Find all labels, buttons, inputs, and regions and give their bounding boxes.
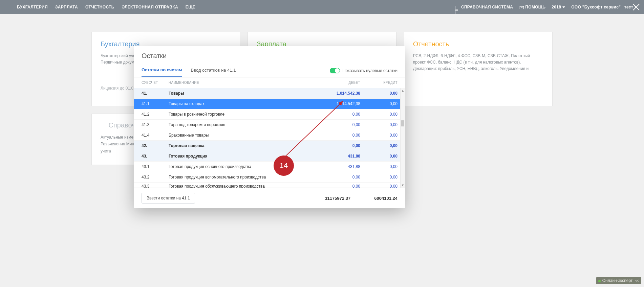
table-row[interactable]: 43.1Готовая продукция основного производ… <box>134 162 405 172</box>
status-dot-icon <box>598 280 601 282</box>
nav-item-1[interactable]: ЗАРПЛАТА <box>55 5 78 9</box>
cell-name: Готовая продукция вспомогательного произ… <box>169 175 316 180</box>
cell-name: Торговая наценка <box>169 143 316 148</box>
cell-subaccount: 41.1 <box>142 101 169 106</box>
table-row[interactable]: 43.Готовая продукция431,880,00 <box>134 151 405 162</box>
tab-enter-balances[interactable]: Ввод остатков на 41.1 <box>191 68 236 77</box>
modal-footer: Ввести остатки на 41.1 31175972.37 60041… <box>134 188 405 208</box>
cell-credit: 0,00 <box>360 184 398 188</box>
table-body: 41.Товары1.014.542,380,0041.1Товары на с… <box>134 88 405 188</box>
table-row[interactable]: 43.2Готовая продукция вспомогательного п… <box>134 172 405 183</box>
show-zero-label: Показывать нулевые остатки <box>343 68 398 73</box>
cell-debit: 431,88 <box>316 154 360 159</box>
col-debit: ДЕБЕТ <box>316 81 360 85</box>
cell-name: Товары <box>169 91 316 96</box>
cell-credit: 0,00 <box>360 101 398 106</box>
nav-year-dropdown[interactable]: 2018 <box>552 5 565 9</box>
table-row[interactable]: 41.4Бракованные товары0,000,00 <box>134 130 405 141</box>
cell-credit: 0,00 <box>360 143 398 148</box>
scroll-up-icon[interactable]: ▲ <box>401 88 405 93</box>
online-expert-tab[interactable]: Онлайн-эксперт << <box>596 277 641 284</box>
cell-credit: 0,00 <box>360 164 398 169</box>
nav-org-dropdown[interactable]: ООО "Бухсофт сервис" _тест <box>571 5 637 9</box>
chevron-down-icon <box>562 6 565 8</box>
chevron-left-icon: << <box>635 279 638 283</box>
show-zero-toggle[interactable] <box>330 68 340 73</box>
top-nav: БУХГАЛТЕРИЯЗАРПЛАТАОТЧЕТНОСТЬЭЛЕКТРОННАЯ… <box>0 0 644 14</box>
cell-debit: 0,00 <box>316 133 360 138</box>
close-icon[interactable] <box>632 3 641 11</box>
cell-name: Готовая продукция <box>169 154 316 159</box>
total-credit: 6004101.24 <box>374 196 398 201</box>
cell-subaccount: 41. <box>142 91 169 96</box>
cell-debit: 431,88 <box>316 164 360 169</box>
cell-credit: 0,00 <box>360 133 398 138</box>
nav-item-0[interactable]: БУХГАЛТЕРИЯ <box>17 5 48 9</box>
cell-debit: 0,00 <box>316 112 360 117</box>
cell-debit: 1.014.542,38 <box>316 91 360 96</box>
modal-title: Остатки <box>134 46 405 63</box>
cell-credit: 0,00 <box>360 122 398 127</box>
book-icon <box>455 6 460 9</box>
mail-icon <box>519 6 524 9</box>
annotation-badge: 14 <box>274 156 294 176</box>
cell-debit: 0,00 <box>316 175 360 180</box>
cell-subaccount: 42. <box>142 143 169 148</box>
cell-credit: 0,00 <box>360 112 398 117</box>
cell-subaccount: 43.1 <box>142 164 169 169</box>
nav-item-4[interactable]: ЕЩЕ <box>186 5 195 9</box>
card-title: Отчетность <box>413 40 543 48</box>
cell-credit: 0,00 <box>360 91 398 96</box>
cell-subaccount: 41.3 <box>142 122 169 127</box>
table-header: СУБСЧЕТ НАИМЕНОВАНИЕ ДЕБЕТ КРЕДИТ <box>134 77 405 88</box>
cell-subaccount: 43. <box>142 154 169 159</box>
book-icon <box>101 124 105 127</box>
table-row[interactable]: 42.Торговая наценка0,000,00 <box>134 141 405 151</box>
card-desc: РСВ, 2-НДФЛ, 6-НДФЛ, 4-ФСС, СЗВ-М, СЗВ-С… <box>413 53 543 72</box>
nav-help-link[interactable]: ПОМОЩЬ <box>519 5 545 9</box>
cell-debit: 0,00 <box>316 122 360 127</box>
cell-name: Бракованные товары <box>169 133 316 138</box>
col-subaccount: СУБСЧЕТ <box>142 81 169 85</box>
cell-name: Готовая продукция обслуживающего произво… <box>169 184 316 188</box>
cell-subaccount: 43.2 <box>142 175 169 180</box>
table-row[interactable]: 41.1Товары на складах1.014.542,380,00 <box>134 99 405 109</box>
cell-subaccount: 41.2 <box>142 112 169 117</box>
cell-subaccount: 43.3 <box>142 184 169 188</box>
nav-item-3[interactable]: ЭЛЕКТРОННАЯ ОТПРАВКА <box>122 5 178 9</box>
cell-debit: 0,00 <box>316 143 360 148</box>
scrollbar[interactable]: ▲ ▼ <box>400 88 405 188</box>
cell-subaccount: 41.4 <box>142 133 169 138</box>
col-credit: КРЕДИТ <box>360 81 398 85</box>
table-row[interactable]: 41.Товары1.014.542,380,00 <box>134 88 405 99</box>
cell-name: Готовая продукция основного производства <box>169 164 316 169</box>
online-expert-label: Онлайн-эксперт <box>602 278 633 283</box>
card-reporting[interactable]: Отчетность РСВ, 2-НДФЛ, 6-НДФЛ, 4-ФСС, С… <box>404 32 553 106</box>
scroll-down-icon[interactable]: ▼ <box>401 183 405 188</box>
cell-name: Товары в розничной торговле <box>169 112 316 117</box>
total-debit: 31175972.37 <box>325 196 350 201</box>
col-name: НАИМЕНОВАНИЕ <box>169 81 316 85</box>
cell-credit: 0,00 <box>360 175 398 180</box>
cell-debit: 1.014.542,38 <box>316 101 360 106</box>
tab-balances-by-account[interactable]: Остатки по счетам <box>142 67 182 77</box>
cell-credit: 0,00 <box>360 154 398 159</box>
table-row[interactable]: 41.2Товары в розничной торговле0,000,00 <box>134 109 405 120</box>
table-row[interactable]: 41.3Тара под товаром и порожняя0,000,00 <box>134 120 405 130</box>
cell-name: Товары на складах <box>169 101 316 106</box>
cell-debit: 0,00 <box>316 184 360 188</box>
modal-tabs: Остатки по счетам Ввод остатков на 41.1 … <box>134 63 405 77</box>
balances-modal: Остатки Остатки по счетам Ввод остатков … <box>134 46 405 208</box>
table-row[interactable]: 43.3Готовая продукция обслуживающего про… <box>134 183 405 188</box>
nav-item-2[interactable]: ОТЧЕТНОСТЬ <box>85 5 114 9</box>
enter-balances-button[interactable]: Ввести остатки на 41.1 <box>142 193 195 204</box>
scroll-thumb[interactable] <box>401 120 404 126</box>
nav-reference-link[interactable]: СПРАВОЧНАЯ СИСТЕМА <box>455 5 513 9</box>
cell-name: Тара под товаром и порожняя <box>169 122 316 127</box>
